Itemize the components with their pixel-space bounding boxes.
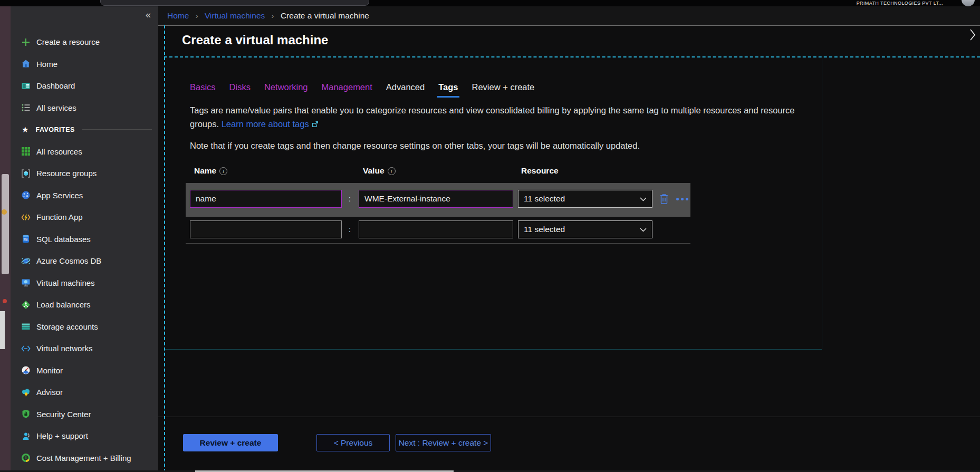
delete-tag-icon[interactable] [659, 194, 669, 207]
tag-row-1: : 11 selected [186, 183, 690, 217]
divider [186, 243, 690, 244]
tab-advanced[interactable]: Advanced [386, 82, 425, 92]
dock-item [0, 311, 5, 349]
sidebar-item-azure-cosmos-db[interactable]: Azure Cosmos DB [11, 250, 158, 272]
sidebar-item-load-balancers[interactable]: Load balancers [11, 294, 158, 316]
learn-more-link[interactable]: Learn more about tags [222, 119, 309, 129]
account-name[interactable]: PRIMATH TECHNOLOGIES PVT LT... [857, 1, 943, 6]
collapse-sidebar-icon[interactable]: « [146, 9, 151, 21]
annotation-line [164, 349, 822, 350]
sidebar: « Create a resource Home Dashboard All s… [11, 6, 158, 472]
sidebar-item-create-a-resource[interactable]: Create a resource [11, 31, 158, 53]
tag-row-2: : 11 selected [186, 217, 690, 243]
tag-value-input[interactable] [359, 190, 513, 208]
tags-note: Note that if you create tags and then ch… [190, 139, 831, 152]
all-resources-icon [21, 146, 31, 157]
avatar[interactable] [962, 0, 975, 6]
tag-table-header: Namei Valuei Resource [190, 166, 831, 177]
sidebar-item-storage-accounts[interactable]: Storage accounts [11, 316, 158, 338]
more-options-icon[interactable] [676, 198, 688, 200]
sidebar-section-favorites: ★ FAVORITES [11, 119, 158, 141]
tab-management[interactable]: Management [322, 82, 372, 92]
separator: : [345, 190, 354, 208]
info-icon[interactable]: i [388, 167, 396, 175]
chevron-down-icon [640, 194, 647, 204]
external-link-icon [312, 118, 319, 131]
tag-table-body: : 11 selected : 11 selected [190, 183, 831, 244]
dock-item [3, 299, 7, 303]
column-value: Value [363, 166, 385, 175]
function-app-icon [21, 212, 31, 223]
sidebar-item-dashboard[interactable]: Dashboard [11, 75, 158, 97]
chevron-right-icon: › [272, 11, 274, 20]
sidebar-item-function-app[interactable]: Function App [11, 206, 158, 228]
wizard-tabs: Basics Disks Networking Management Advan… [190, 79, 831, 95]
annotation-dashed-line [164, 25, 165, 472]
separator: : [345, 220, 354, 238]
tab-review-create[interactable]: Review + create [472, 82, 535, 92]
sidebar-item-help-support[interactable]: Help + support [11, 425, 158, 447]
tags-description: Tags are name/value pairs that enable yo… [190, 103, 796, 131]
tag-name-input[interactable] [190, 220, 342, 238]
dashboard-icon [21, 81, 31, 91]
all-services-icon [21, 102, 31, 113]
tags-tab-panel: Basics Disks Networking Management Advan… [190, 79, 831, 244]
star-icon: ★ [22, 125, 28, 134]
help-support-icon [21, 431, 31, 441]
breadcrumb-home[interactable]: Home [167, 11, 189, 20]
svg-text:SQL: SQL [23, 238, 28, 241]
address-bar[interactable] [100, 0, 369, 6]
next-button[interactable]: Next : Review + create > [396, 434, 491, 451]
sidebar-item-cost-management-billing[interactable]: $ Cost Management + Billing [11, 447, 158, 469]
tab-basics[interactable]: Basics [190, 82, 216, 92]
sidebar-item-home[interactable]: Home [11, 53, 158, 75]
os-dock-strip [0, 6, 11, 472]
chevron-right-icon: › [196, 11, 198, 20]
load-balancers-icon [21, 300, 31, 310]
chevron-down-icon [640, 225, 647, 234]
sidebar-item-advisor[interactable]: Advisor [11, 381, 158, 403]
review-create-button[interactable]: Review + create [183, 434, 278, 451]
expand-chevron-icon[interactable] [969, 28, 976, 43]
column-name: Name [194, 166, 216, 175]
resource-dropdown[interactable]: 11 selected [518, 220, 652, 238]
sidebar-item-virtual-networks[interactable]: Virtual networks [11, 338, 158, 360]
info-icon[interactable]: i [219, 167, 227, 175]
sidebar-item-resource-groups[interactable]: Resource groups [11, 162, 158, 185]
dock-item [2, 174, 9, 274]
breadcrumb: Home › Virtual machines › Create a virtu… [158, 6, 980, 25]
sidebar-item-all-services[interactable]: All services [11, 97, 158, 119]
cost-management-icon: $ [21, 452, 31, 463]
sidebar-item-sql-databases[interactable]: SQL SQL databases [11, 228, 158, 251]
dock-item [2, 209, 7, 215]
sql-databases-icon: SQL [21, 234, 31, 244]
app-services-icon [21, 190, 31, 200]
tab-tags[interactable]: Tags [438, 82, 458, 92]
virtual-networks-icon [21, 343, 31, 354]
breadcrumb-virtual-machines[interactable]: Virtual machines [205, 11, 265, 20]
cosmos-db-icon [21, 256, 31, 266]
svg-text:$: $ [25, 456, 27, 460]
advisor-icon [21, 387, 31, 398]
annotation-dashed-line [164, 56, 980, 57]
breadcrumb-current: Create a virtual machine [281, 11, 369, 20]
page-title: Create a virtual machine [182, 33, 328, 47]
sidebar-item-monitor[interactable]: Monitor [11, 360, 158, 382]
storage-accounts-icon [21, 321, 31, 332]
tag-name-input[interactable] [190, 190, 342, 208]
tab-disks[interactable]: Disks [229, 82, 251, 92]
sidebar-item-app-services[interactable]: App Services [11, 185, 158, 207]
divider [158, 25, 980, 26]
monitor-icon [21, 365, 31, 375]
previous-button[interactable]: < Previous [316, 434, 390, 451]
divider [82, 129, 152, 130]
sidebar-item-security-center[interactable]: Security Center [11, 403, 158, 426]
browser-top-strip: PRIMATH TECHNOLOGIES PVT LT... [0, 0, 980, 6]
column-resource: Resource [521, 166, 559, 176]
sidebar-item-all-resources[interactable]: All resources [11, 141, 158, 163]
resource-groups-icon [21, 168, 31, 179]
resource-dropdown[interactable]: 11 selected [518, 190, 652, 208]
tab-networking[interactable]: Networking [264, 82, 308, 92]
tag-value-input[interactable] [359, 220, 513, 238]
sidebar-item-virtual-machines[interactable]: Virtual machines [11, 272, 158, 294]
